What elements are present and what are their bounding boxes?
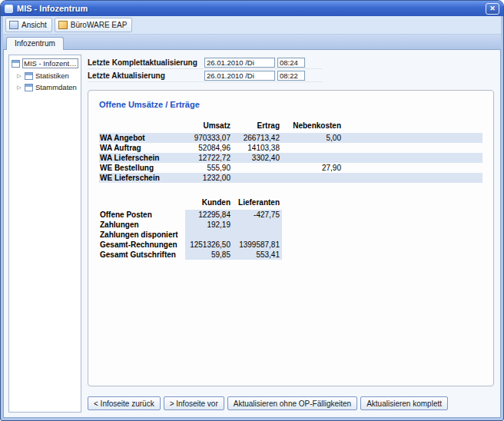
umsatz-value: 12722,72 [185, 153, 233, 163]
nebenkosten-header: Nebenkosten [282, 121, 343, 131]
table-row: Zahlungen disponiert [99, 230, 482, 240]
umsatz-value: 52084,96 [185, 143, 233, 153]
ertrag-value: 266713,42 [233, 133, 282, 143]
expand-arrow-icon[interactable]: ▷ [16, 85, 22, 91]
table-row: WA Angebot 970333,07 266713,42 5,00 [99, 133, 482, 143]
update-row: Letzte Komplettaktualisierung 26.01.2010… [88, 56, 323, 69]
umsatz-value: 970333,07 [185, 133, 233, 143]
table-row: Gesamt Gutschriften 59,85 553,41 [99, 250, 482, 260]
infoseite-zurueck-button[interactable]: < Infoseite zurück [88, 396, 161, 410]
kunden-value: 59,85 [185, 250, 233, 260]
table-row: WE Lieferschein 1232,00 [99, 173, 482, 183]
time-field[interactable]: 08:24 [277, 58, 305, 68]
row-label: WA Auftrag [99, 143, 185, 153]
toolbar: Ansicht BüroWARE EAP [3, 16, 501, 35]
kunden-value [185, 230, 233, 240]
update-row: Letzte Aktualisierung 26.01.2010 /Di 08:… [88, 69, 323, 82]
kunden-value: 12295,84 [185, 210, 233, 220]
row-label: Gesamt-Rechnungen [99, 240, 185, 250]
app-window: MIS - Infozentrum ✕ Ansicht BüroWARE EAP… [0, 0, 504, 421]
nebenkosten-value: 5,00 [282, 133, 343, 143]
sales-table-header: Umsatz Ertrag Nebenkosten [99, 120, 482, 131]
table-row: Offene Posten 12295,84 -427,75 [99, 210, 482, 220]
bueroware-eap-icon [58, 21, 68, 29]
view-icon [9, 21, 18, 29]
sales-table-body: WA Angebot 970333,07 266713,42 5,00 WA A… [99, 133, 482, 183]
tree-item-label: MIS - Infozentrum [22, 58, 78, 68]
table-row: WE Bestellung 555,90 27,90 [99, 163, 482, 173]
row-label: WE Bestellung [99, 163, 185, 173]
kunden-value: 1251326,50 [185, 240, 233, 250]
title-bar: MIS - Infozentrum ✕ [1, 1, 503, 16]
umsatz-header: Umsatz [185, 121, 233, 131]
lieferanten-value: -427,75 [233, 210, 282, 220]
aktualisieren-komplett-button[interactable]: Aktualisieren komplett [360, 396, 448, 410]
lieferanten-value [233, 220, 282, 230]
workspace: MIS - Infozentrum ▷ Statistiken ▷ Stammd… [3, 49, 501, 418]
tab-strip: Infozentrum [3, 35, 501, 49]
nebenkosten-value: 27,90 [282, 163, 343, 173]
footer-buttons: < Infoseite zurück > Infoseite vor Aktua… [88, 396, 494, 410]
ertrag-header: Ertrag [233, 121, 282, 131]
accounts-table-body: Offene Posten 12295,84 -427,75 Zahlungen… [99, 210, 482, 260]
update-label: Letzte Aktualisierung [88, 71, 204, 80]
umsatz-value: 555,90 [185, 163, 233, 173]
row-label: Zahlungen disponiert [99, 230, 185, 240]
tab-infozentrum[interactable]: Infozentrum [6, 37, 64, 50]
tree-item-statistiken[interactable]: ▷ Statistiken [11, 71, 79, 81]
table-row: WA Lieferschein 12722,72 3302,40 [99, 153, 482, 163]
lieferanten-value: 1399587,81 [233, 240, 282, 250]
update-label: Letzte Komplettaktualisierung [88, 58, 204, 67]
bueroware-eap-button-label: BüroWARE EAP [71, 21, 128, 29]
tree-item-mis-infozentrum[interactable]: MIS - Infozentrum [11, 58, 79, 69]
kunden-value: 192,19 [185, 220, 233, 230]
ansicht-button-label: Ansicht [22, 21, 47, 29]
aktualisieren-ohne-op-button[interactable]: Aktualisieren ohne OP-Fälligkeiten [227, 396, 357, 410]
statistiken-node-icon [25, 72, 33, 80]
expand-arrow-icon[interactable]: ▷ [16, 73, 22, 79]
accounts-table: Kunden Lieferanten Offene Posten 12295,8… [99, 197, 482, 260]
date-field[interactable]: 26.01.2010 /Di [204, 71, 275, 81]
ertrag-value: 3302,40 [233, 153, 282, 163]
ertrag-value: 14103,38 [233, 143, 282, 153]
table-row: Gesamt-Rechnungen 1251326,50 1399587,81 [99, 240, 482, 250]
row-label: Offene Posten [99, 210, 185, 220]
tree-item-stammdaten[interactable]: ▷ Stammdaten [11, 82, 79, 92]
ansicht-button[interactable]: Ansicht [5, 18, 52, 32]
row-label: WE Lieferschein [99, 173, 185, 183]
window-frame: Ansicht BüroWARE EAP Infozentrum MIS - I… [3, 16, 501, 418]
infocenter-node-icon [12, 60, 20, 68]
window-title: MIS - Infozentrum [17, 4, 482, 13]
bueroware-eap-button[interactable]: BüroWARE EAP [55, 18, 133, 32]
close-icon[interactable]: ✕ [486, 3, 499, 15]
update-info: Letzte Komplettaktualisierung 26.01.2010… [88, 56, 323, 82]
row-label: WA Angebot [99, 133, 185, 143]
app-icon [5, 5, 13, 13]
navigation-tree: MIS - Infozentrum ▷ Statistiken ▷ Stammd… [8, 55, 81, 413]
sales-table: Umsatz Ertrag Nebenkosten WA Angebot 970… [99, 120, 482, 183]
table-row: Zahlungen 192,19 [99, 220, 482, 230]
time-field[interactable]: 08:22 [277, 71, 305, 81]
kunden-header: Kunden [185, 197, 233, 207]
row-label: WA Lieferschein [99, 153, 185, 163]
tree-item-label: Statistiken [35, 71, 69, 80]
lieferanten-header: Lieferanten [233, 197, 282, 207]
row-label: Gesamt Gutschriften [99, 250, 185, 260]
accounts-table-header: Kunden Lieferanten [99, 197, 482, 208]
lieferanten-value: 553,41 [233, 250, 282, 260]
panel-title: Offene Umsätze / Erträge [99, 100, 482, 109]
date-field[interactable]: 26.01.2010 /Di [204, 58, 275, 68]
lieferanten-value [233, 230, 282, 240]
info-panel: Offene Umsätze / Erträge Umsatz Ertrag N… [88, 90, 494, 386]
infoseite-vor-button[interactable]: > Infoseite vor [164, 396, 224, 410]
stammdaten-node-icon [25, 84, 33, 91]
umsatz-value: 1232,00 [185, 173, 233, 183]
tree-item-label: Stammdaten [35, 83, 77, 91]
row-label: Zahlungen [99, 220, 185, 230]
table-row: WA Auftrag 52084,96 14103,38 [99, 143, 482, 153]
content-area: Letzte Komplettaktualisierung 26.01.2010… [86, 55, 496, 413]
